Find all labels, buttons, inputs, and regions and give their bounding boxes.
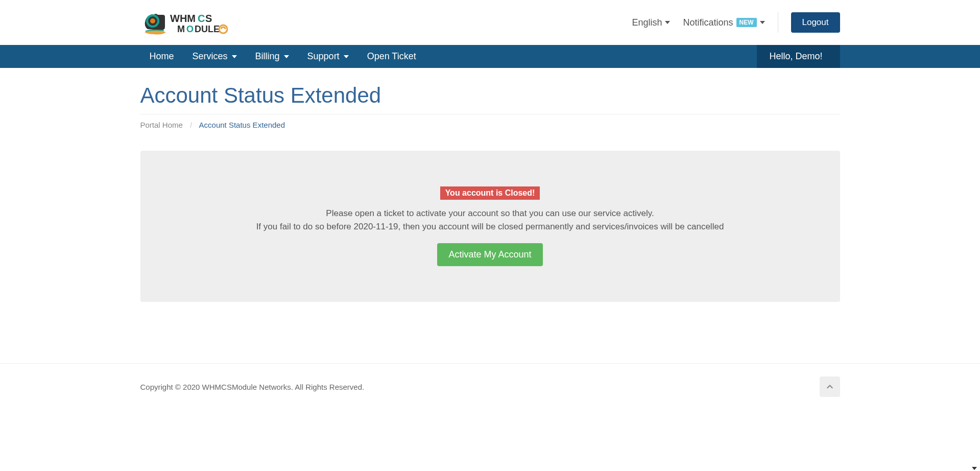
svg-text:C: C	[198, 13, 205, 24]
activate-account-button[interactable]: Activate My Account	[437, 243, 542, 266]
nav-label: Support	[307, 51, 340, 62]
svg-text:O: O	[186, 24, 194, 34]
notifications-label: Notifications	[683, 17, 733, 28]
caret-down-icon	[344, 55, 349, 58]
svg-text:S: S	[205, 13, 212, 24]
breadcrumb-home[interactable]: Portal Home	[140, 121, 183, 129]
svg-point-2	[150, 18, 155, 23]
page-title: Account Status Extended	[140, 83, 840, 108]
status-line2: If you fail to do so before 2020-11-19, …	[156, 220, 825, 233]
status-line1: Please open a ticket to activate your ac…	[156, 207, 825, 220]
nav-open-ticket[interactable]: Open Ticket	[358, 45, 425, 68]
nav-label: Home	[150, 51, 174, 62]
svg-text:WHM: WHM	[170, 13, 196, 24]
caret-down-icon	[665, 21, 670, 24]
status-badge: You account is Closed!	[440, 186, 540, 200]
main-nav: Home Services Billing Support Open Ticke…	[0, 45, 980, 68]
logo[interactable]: WHM C S M O DULE	[140, 8, 248, 37]
chevron-up-icon	[826, 383, 834, 391]
footer-copyright: Copyright © 2020 WHMCSModule Networks. A…	[140, 383, 365, 391]
footer: Copyright © 2020 WHMCSModule Networks. A…	[0, 363, 980, 410]
breadcrumb: Portal Home / Account Status Extended	[140, 114, 840, 135]
svg-text:DULE: DULE	[195, 24, 220, 34]
svg-point-9	[219, 25, 227, 33]
user-greeting: Hello, Demo!	[769, 51, 822, 62]
nav-billing[interactable]: Billing	[246, 45, 298, 68]
breadcrumb-separator: /	[185, 121, 197, 129]
language-label: English	[632, 17, 662, 28]
caret-down-icon	[284, 55, 289, 58]
breadcrumb-current: Account Status Extended	[199, 121, 285, 129]
caret-down-icon	[760, 21, 765, 24]
nav-services[interactable]: Services	[183, 45, 246, 68]
logout-button[interactable]: Logout	[791, 12, 840, 33]
divider	[778, 12, 778, 33]
nav-support[interactable]: Support	[298, 45, 358, 68]
nav-label: Open Ticket	[367, 51, 416, 62]
user-menu[interactable]: Hello, Demo!	[757, 45, 840, 68]
notifications-badge: NEW	[736, 18, 757, 27]
status-panel: You account is Closed! Please open a tic…	[140, 151, 840, 302]
svg-text:M: M	[177, 24, 185, 34]
scroll-to-top-button[interactable]	[820, 376, 840, 397]
caret-down-icon	[232, 55, 237, 58]
nav-home[interactable]: Home	[140, 45, 183, 68]
notifications-dropdown[interactable]: Notifications NEW	[683, 17, 764, 28]
nav-label: Billing	[255, 51, 280, 62]
nav-label: Services	[193, 51, 228, 62]
language-dropdown[interactable]: English	[632, 17, 670, 28]
